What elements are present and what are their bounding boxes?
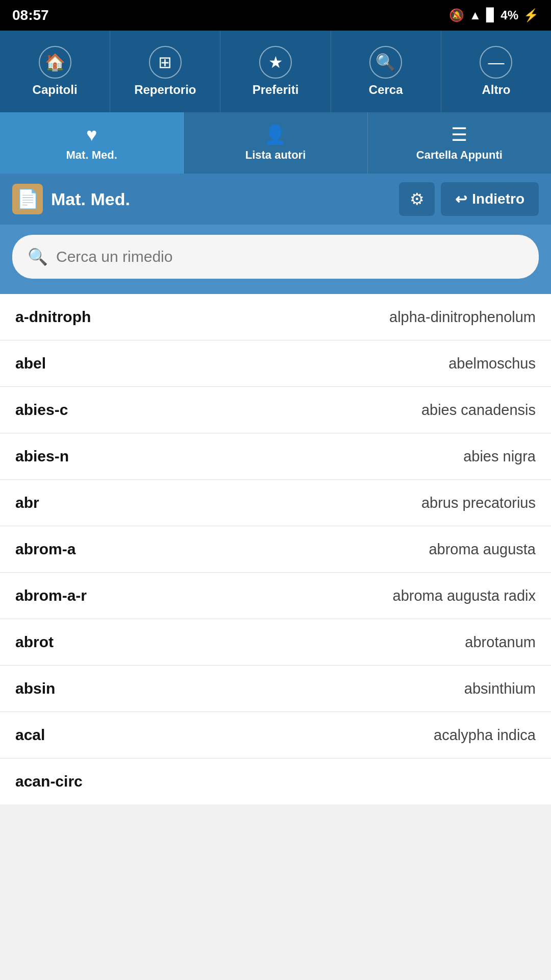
header-bar: 📄 Mat. Med. ⚙ ↩ Indietro xyxy=(0,174,551,225)
remedy-abbr: abel xyxy=(15,355,46,372)
back-icon: ↩ xyxy=(455,191,467,208)
remedy-full: abelmoschus xyxy=(448,355,536,372)
remedy-abbr: abrot xyxy=(15,633,54,651)
list-item[interactable]: a-dnitroph alpha-dinitrophenolum xyxy=(0,294,551,340)
mat-med-icon: 📄 xyxy=(12,184,43,214)
nav-label-capitoli: Capitoli xyxy=(33,83,78,97)
home-icon: 🏠 xyxy=(39,46,71,79)
signal-icon: ▊ xyxy=(486,8,495,22)
remedy-abbr: acal xyxy=(15,726,45,744)
remedy-full: abroma augusta radix xyxy=(393,587,536,604)
remedy-abbr: abr xyxy=(15,494,39,511)
sub-nav-label-cartella-appunti: Cartella Appunti xyxy=(416,149,503,162)
heart-icon: ♥ xyxy=(86,124,97,145)
remedy-list: a-dnitroph alpha-dinitrophenolum abel ab… xyxy=(0,294,551,804)
remedy-abbr: abrom-a xyxy=(15,541,76,558)
remedy-full: abroma augusta xyxy=(429,541,536,558)
remedy-abbr: a-dnitroph xyxy=(15,308,91,326)
remedy-abbr: abrom-a-r xyxy=(15,587,87,604)
search-input[interactable] xyxy=(56,248,523,265)
list-item[interactable]: abrom-a-r abroma augusta radix xyxy=(0,573,551,619)
status-bar: 08:57 🔕 ▲ ▊ 4% ⚡ xyxy=(0,0,551,31)
grid-icon: ⊞ xyxy=(149,46,182,79)
list-item[interactable]: abrot abrotanum xyxy=(0,619,551,666)
nav-item-cerca[interactable]: 🔍 Cerca xyxy=(331,31,441,112)
star-icon: ★ xyxy=(259,46,292,79)
nav-label-altro: Altro xyxy=(482,83,510,97)
status-icons: 🔕 ▲ ▊ 4% ⚡ xyxy=(449,8,539,22)
list-item[interactable]: acal acalypha indica xyxy=(0,712,551,758)
sub-nav-label-lista-autori: Lista autori xyxy=(245,149,306,162)
remedy-full: abrus precatorius xyxy=(421,495,536,511)
search-bar: 🔍 xyxy=(0,225,551,294)
nav-item-altro[interactable]: — Altro xyxy=(441,31,551,112)
remedy-full: acalypha indica xyxy=(434,727,536,744)
remedy-full: alpha-dinitrophenolum xyxy=(389,309,536,326)
sub-nav-label-mat-med: Mat. Med. xyxy=(66,149,117,162)
remedy-full: abies canadensis xyxy=(421,402,536,419)
search-input-wrap: 🔍 xyxy=(12,235,539,279)
remedy-abbr: acan-circ xyxy=(15,773,83,790)
settings-button[interactable]: ⚙ xyxy=(399,182,435,216)
minus-icon: — xyxy=(480,46,512,79)
person-icon: 👤 xyxy=(264,124,287,145)
search-input-icon: 🔍 xyxy=(28,247,48,266)
list-item[interactable]: absin absinthium xyxy=(0,666,551,712)
sub-nav: ♥ Mat. Med. 👤 Lista autori ☰ Cartella Ap… xyxy=(0,112,551,174)
wifi-icon: ▲ xyxy=(469,8,482,22)
remedy-abbr: abies-n xyxy=(15,448,69,465)
remedy-full: abies nigra xyxy=(463,448,536,465)
remedy-full: abrotanum xyxy=(465,634,536,651)
battery-icon: ⚡ xyxy=(523,8,539,22)
list-item[interactable]: abies-c abies canadensis xyxy=(0,387,551,433)
nav-label-preferiti: Preferiti xyxy=(253,83,299,97)
nav-item-capitoli[interactable]: 🏠 Capitoli xyxy=(0,31,110,112)
page-title: Mat. Med. xyxy=(51,189,391,209)
remedy-abbr: abies-c xyxy=(15,401,68,419)
nav-item-preferiti[interactable]: ★ Preferiti xyxy=(220,31,331,112)
nav-label-repertorio: Repertorio xyxy=(134,83,196,97)
back-label: Indietro xyxy=(472,191,524,207)
header-buttons: ⚙ ↩ Indietro xyxy=(399,182,539,216)
list-item[interactable]: abel abelmoschus xyxy=(0,340,551,387)
bell-mute-icon: 🔕 xyxy=(449,8,464,22)
list-item[interactable]: acan-circ xyxy=(0,758,551,804)
search-icon: 🔍 xyxy=(369,46,402,79)
sub-nav-lista-autori[interactable]: 👤 Lista autori xyxy=(184,112,367,174)
sub-nav-cartella-appunti[interactable]: ☰ Cartella Appunti xyxy=(368,112,551,174)
nav-item-repertorio[interactable]: ⊞ Repertorio xyxy=(110,31,220,112)
back-button[interactable]: ↩ Indietro xyxy=(441,182,539,216)
top-nav: 🏠 Capitoli ⊞ Repertorio ★ Preferiti 🔍 Ce… xyxy=(0,31,551,112)
battery-text: 4% xyxy=(500,8,518,22)
list-icon: ☰ xyxy=(451,124,467,145)
remedy-abbr: absin xyxy=(15,680,55,697)
list-item[interactable]: abies-n abies nigra xyxy=(0,433,551,480)
list-item[interactable]: abrom-a abroma augusta xyxy=(0,526,551,573)
sub-nav-mat-med[interactable]: ♥ Mat. Med. xyxy=(0,112,184,174)
status-time: 08:57 xyxy=(12,7,49,23)
list-item[interactable]: abr abrus precatorius xyxy=(0,480,551,526)
nav-label-cerca: Cerca xyxy=(369,83,403,97)
remedy-full: absinthium xyxy=(464,680,536,697)
